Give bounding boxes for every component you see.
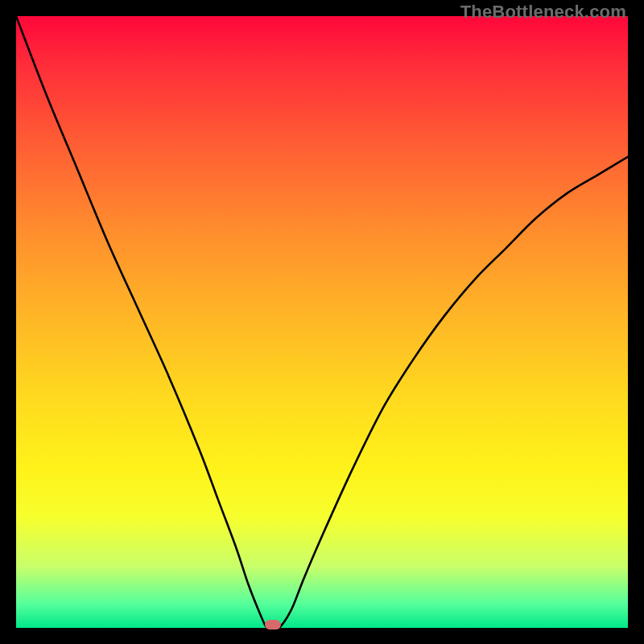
bottleneck-curve-path: [16, 16, 628, 628]
optimum-marker: [265, 620, 281, 630]
plot-area: [16, 16, 628, 628]
chart-frame: TheBottleneck.com: [0, 0, 644, 644]
watermark-label: TheBottleneck.com: [460, 2, 626, 23]
curve-svg: [16, 16, 628, 628]
